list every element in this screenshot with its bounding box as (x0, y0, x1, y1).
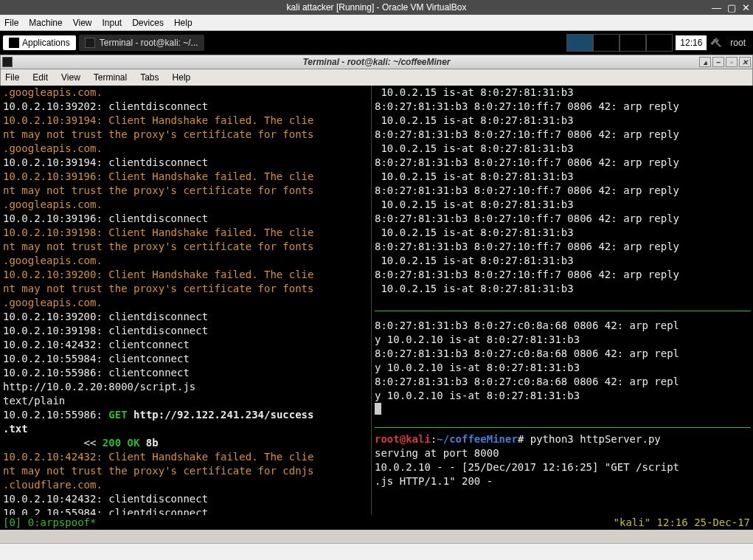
vbox-statusbar (0, 543, 753, 560)
vbox-close-icon[interactable]: ✕ (742, 2, 750, 13)
terminal-close-icon[interactable]: ✕ (739, 57, 751, 67)
vbox-menu-help[interactable]: Help (174, 18, 192, 28)
term-menu-help[interactable]: Help (173, 72, 191, 83)
tools-icon[interactable] (709, 36, 723, 49)
vbox-menu-view[interactable]: View (73, 18, 92, 28)
workspace-1[interactable] (566, 34, 593, 52)
terminal-title-icon (2, 57, 13, 67)
vbox-menu-machine[interactable]: Machine (29, 18, 62, 28)
apps-icon (9, 38, 19, 48)
pane-mitmproxy[interactable]: .googleapis.com. 10.0.2.10:39202: client… (3, 86, 370, 515)
vbox-min-icon[interactable]: — (712, 2, 721, 13)
panel-clock[interactable]: 12:16 (676, 35, 707, 50)
vbox-menu-input[interactable]: Input (103, 18, 122, 28)
workspace-3[interactable] (620, 34, 646, 52)
panel-user[interactable]: root (726, 35, 750, 50)
terminal-window: Terminal - root@kali: ~/coffeeMiner ▴ – … (0, 55, 753, 530)
workspace-4[interactable] (646, 34, 673, 52)
term-menu-edit[interactable]: Edit (32, 72, 48, 83)
taskbar-terminal[interactable]: Terminal - root@kali: ~/... (79, 35, 204, 51)
vbox-menubar: File Machine View Input Devices Help (0, 15, 753, 31)
term-menu-tabs[interactable]: Tabs (140, 72, 159, 83)
terminal-max-icon[interactable]: ▫ (726, 57, 738, 67)
terminal-icon (85, 38, 95, 48)
applications-label: Applications (22, 38, 70, 48)
term-menu-view[interactable]: View (61, 72, 80, 83)
terminal-body[interactable]: .googleapis.com. 10.0.2.10:39202: client… (0, 86, 753, 530)
terminal-rollup-icon[interactable]: ▴ (699, 57, 711, 67)
terminal-menubar: File Edit View Terminal Tabs Help (0, 69, 753, 86)
workspace-switcher[interactable] (566, 34, 673, 52)
terminal-title: Terminal - root@kali: ~/coffeeMiner (302, 57, 450, 67)
vbox-title: kali attacker [Running] - Oracle VM Virt… (287, 2, 467, 13)
taskbar-terminal-label: Terminal - root@kali: ~/... (100, 38, 198, 48)
applications-button[interactable]: Applications (3, 35, 76, 50)
terminal-min-icon[interactable]: – (712, 57, 724, 67)
vbox-titlebar: kali attacker [Running] - Oracle VM Virt… (0, 0, 753, 15)
tmux-status-left: [0] 0:arpspoof* (3, 516, 96, 530)
workspace-2[interactable] (593, 34, 620, 52)
cursor (375, 403, 381, 415)
vbox-menu-devices[interactable]: Devices (132, 18, 164, 28)
tmux-vsplit (371, 86, 372, 515)
tmux-status-right: "kali" 12:16 25-Dec-17 (614, 516, 750, 530)
pane-arpspoof-bottom[interactable]: 8:0:27:81:31:b3 8:0:27:c0:8a:68 0806 42:… (375, 319, 751, 514)
term-menu-file[interactable]: File (5, 72, 19, 83)
term-menu-terminal[interactable]: Terminal (94, 72, 127, 83)
tmux-statusbar: [0] 0:arpspoof* "kali" 12:16 25-Dec-17 (0, 516, 753, 530)
vbox-max-icon[interactable]: ▢ (727, 2, 736, 13)
kali-panel: Applications Terminal - root@kali: ~/...… (0, 31, 753, 55)
pane-arpspoof-top[interactable]: 10.0.2.15 is-at 8:0:27:81:31:b3 8:0:27:8… (375, 86, 751, 307)
terminal-titlebar[interactable]: Terminal - root@kali: ~/coffeeMiner ▴ – … (0, 55, 753, 69)
vbox-menu-file[interactable]: File (4, 18, 18, 28)
tmux-hsplit-1 (375, 311, 751, 311)
